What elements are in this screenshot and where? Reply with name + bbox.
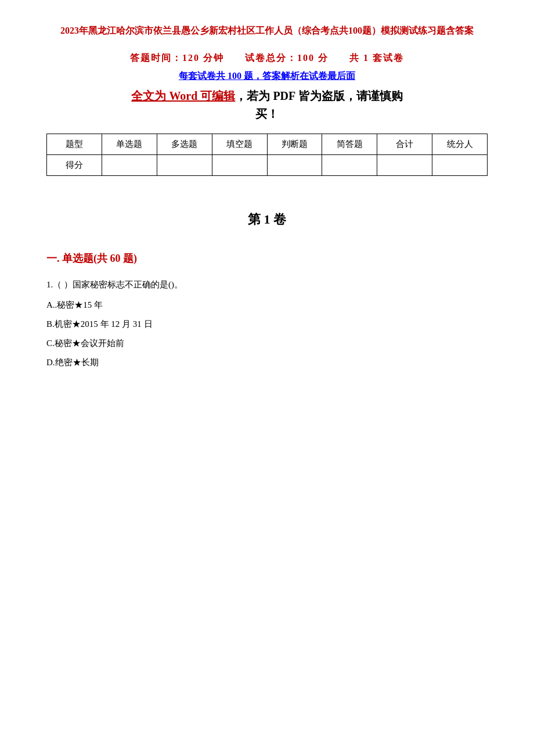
section-header: 一. 单选题(共 60 题) [46,251,488,265]
col-fill: 填空题 [212,134,267,154]
word-edit-suffix: ，若为 PDF 皆为盗版，请谨慎购 [235,89,402,102]
col-scorer: 统分人 [432,134,488,154]
time-label: 答题时间：120 分钟 [130,53,224,63]
question-1-text: 1.（ ）国家秘密标志不正确的是()。 [46,277,488,293]
highlight-line: 每套试卷共 100 题，答案解析在试卷最后面 [46,70,488,82]
word-edit-line: 全文为 Word 可编辑，若为 PDF 皆为盗版，请谨慎购 [46,88,488,104]
question-1-option-d: D.绝密★长期 [46,355,488,370]
col-judge: 判断题 [267,134,322,154]
question-1: 1.（ ）国家秘密标志不正确的是()。 A..秘密★15 年 B.机密★2015… [46,277,488,370]
buy-line: 买！ [46,106,488,122]
main-title: 2023年黑龙江哈尔滨市依兰县愚公乡新宏村社区工作人员（综合考点共100题）模拟… [46,23,488,38]
exam-info: 答题时间：120 分钟 试卷总分：100 分 共 1 套试卷 [46,52,488,64]
score-multi [157,154,212,175]
col-short: 简答题 [322,134,377,154]
col-total: 合计 [377,134,432,154]
word-edit-prefix: 全文为 Word 可编辑 [131,89,235,102]
score-judge [267,154,322,175]
col-type: 题型 [47,134,102,154]
score-table-data-row: 得分 [47,154,488,175]
score-table-header-row: 题型 单选题 多选题 填空题 判断题 简答题 合计 统分人 [47,134,488,154]
score-total [377,154,432,175]
question-1-option-c: C.秘密★会议开始前 [46,336,488,351]
volume-label: 第 1 卷 [46,211,488,228]
score-short [322,154,377,175]
sets-label: 共 1 套试卷 [349,53,404,63]
question-1-option-b: B.机密★2015 年 12 月 31 日 [46,316,488,332]
score-scorer [432,154,488,175]
score-fill [212,154,267,175]
question-1-option-a: A..秘密★15 年 [46,297,488,313]
col-multi: 多选题 [157,134,212,154]
col-single: 单选题 [102,134,157,154]
score-table: 题型 单选题 多选题 填空题 判断题 简答题 合计 统分人 得分 [46,134,488,176]
score-single [102,154,157,175]
row-label-score: 得分 [47,154,102,175]
total-score-label: 试卷总分：100 分 [245,53,329,63]
